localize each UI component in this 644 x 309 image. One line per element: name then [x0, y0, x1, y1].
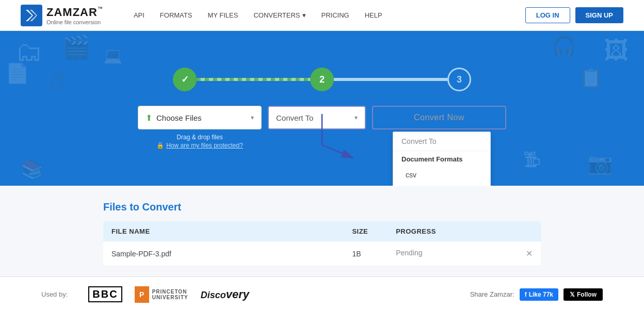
remove-file-button[interactable]: ✕ — [526, 249, 533, 258]
convert-to-label: Convert To — [276, 113, 313, 122]
logo: ZAMZAR ™ Online file conversion — [21, 5, 103, 26]
convert-to-button[interactable]: Convert To ▾ — [268, 106, 366, 129]
like-label: Like 77k — [529, 291, 553, 298]
action-row: ⬆ Choose Files ▾ Drag & drop files 🔒 How… — [121, 106, 523, 149]
table-header-row: FILE NAME SIZE PROGRESS — [103, 221, 541, 241]
convert-to-dropdown: Convert To Document Formats csv doc docx… — [393, 132, 491, 186]
bg-book-icon: 📚 — [21, 159, 44, 181]
footer-logos: BBC P PRINCETON UNIVERSITY Discovery — [88, 286, 454, 303]
hero-content: ✓ 2 3 ⬆ — [121, 68, 523, 149]
dropdown-group-label: Document Formats — [393, 151, 490, 167]
dropdown-item-doc[interactable]: doc — [393, 183, 490, 186]
bg-camera-icon: 📷 — [587, 151, 613, 175]
princeton-crest: P — [135, 286, 149, 303]
bg-doc-icon: 📋 — [579, 67, 603, 89]
steps-bar: ✓ 2 3 — [121, 68, 523, 91]
table-header: FILE NAME SIZE PROGRESS — [103, 221, 541, 241]
logo-icon — [21, 5, 42, 26]
bg-video-icon: 🎬 — [62, 34, 90, 60]
facebook-icon: f — [525, 291, 527, 298]
drag-drop-text: Drag & drop files — [176, 134, 222, 141]
header: ZAMZAR ™ Online file conversion API FORM… — [0, 0, 644, 31]
bg-image-icon: 🖼 — [604, 36, 629, 64]
file-name-cell: Sample-PDF-3.pdf — [103, 241, 344, 266]
lock-icon: 🔒 — [156, 142, 164, 149]
convert-to-chevron: ▾ — [355, 114, 358, 121]
file-size-cell: 1B — [344, 241, 388, 266]
twitter-icon: 𝕏 — [570, 291, 575, 298]
princeton-logo: P PRINCETON UNIVERSITY — [135, 286, 188, 303]
checkmark-icon: ✓ — [181, 74, 189, 85]
facebook-like-button[interactable]: f Like 77k — [520, 288, 558, 301]
nav-formats[interactable]: FORMATS — [160, 11, 192, 19]
used-by-label: Used by: — [41, 290, 68, 298]
logo-name: ZAMZAR — [46, 6, 98, 19]
bg-zip-icon: 🗜 — [523, 150, 541, 170]
dropdown-header: Convert To — [393, 132, 490, 151]
signup-button[interactable]: SIGN UP — [575, 7, 623, 23]
step-line-1 — [197, 78, 310, 81]
file-progress-cell: Pending ✕ — [388, 241, 541, 266]
main-content: Files to Convert FILE NAME SIZE PROGRESS… — [0, 186, 644, 277]
progress-status: Pending — [396, 249, 422, 257]
convert-now-button[interactable]: Convert Now — [372, 106, 506, 129]
step-2-circle: 2 — [310, 68, 334, 91]
nav-help[interactable]: HELP — [365, 11, 382, 19]
bg-file-icon: 📄 — [5, 62, 29, 85]
choose-files-button[interactable]: ⬆ Choose Files ▾ — [138, 106, 262, 129]
table-row: Sample-PDF-3.pdf 1B Pending ✕ — [103, 241, 541, 266]
col-file-name: FILE NAME — [103, 221, 344, 241]
nav: API FORMATS MY FILES CONVERTERS ▾ PRICIN… — [134, 11, 525, 19]
step-1-circle: ✓ — [173, 68, 197, 91]
nav-my-files[interactable]: MY FILES — [207, 11, 238, 19]
chevron-down-icon: ▾ — [302, 11, 306, 19]
princeton-line1: PRINCETON — [152, 289, 188, 295]
upload-icon: ⬆ — [146, 113, 152, 123]
nav-pricing[interactable]: PRICING — [321, 11, 349, 19]
footer: Used by: BBC P PRINCETON UNIVERSITY Disc… — [0, 277, 644, 309]
hero-section: 🗂 📄 🎬 🎵 🖼 📋 🎧 📚 📷 💻 🗜 ✓ 2 3 — [0, 31, 644, 186]
choose-files-label: Choose Files — [156, 113, 202, 122]
convert-to-container: Convert To ▾ Convert To Document Formats… — [268, 106, 366, 129]
share-zamzar-label: Share Zamzar: — [470, 290, 514, 298]
follow-label: Follow — [577, 291, 597, 298]
chevron-icon: ▾ — [251, 114, 254, 121]
step-line-2 — [334, 78, 447, 81]
nav-api[interactable]: API — [134, 11, 144, 19]
step-3-circle: 3 — [447, 68, 471, 91]
how-protected-link[interactable]: How are my files protected? — [166, 142, 243, 149]
discovery-logo: Discovery — [201, 288, 249, 301]
logo-tm: ™ — [98, 6, 103, 11]
bg-audio-icon: 🎵 — [46, 72, 67, 92]
svg-marker-1 — [30, 10, 37, 21]
dropdown-item-csv[interactable]: csv — [393, 167, 490, 183]
how-protected-text: 🔒 How are my files protected? — [156, 142, 243, 149]
col-size: SIZE — [344, 221, 388, 241]
logo-sub: Online file conversion — [46, 19, 103, 25]
bg-headset-icon: 🎧 — [551, 34, 577, 58]
share-zamzar: Share Zamzar: f Like 77k 𝕏 Follow — [470, 288, 603, 301]
col-progress: PROGRESS — [388, 221, 541, 241]
login-button[interactable]: LOG IN — [525, 7, 570, 23]
files-title: Files to Convert — [103, 201, 541, 213]
table-body: Sample-PDF-3.pdf 1B Pending ✕ — [103, 241, 541, 266]
twitter-follow-button[interactable]: 𝕏 Follow — [564, 288, 603, 301]
files-table: FILE NAME SIZE PROGRESS Sample-PDF-3.pdf… — [103, 221, 541, 266]
princeton-line2: UNIVERSITY — [152, 295, 188, 300]
bbc-logo: BBC — [88, 286, 122, 302]
nav-actions: LOG IN SIGN UP — [525, 7, 623, 23]
bg-code-icon: 💻 — [103, 46, 122, 64]
logo-text: ZAMZAR ™ Online file conversion — [46, 6, 103, 25]
files-title-colored: Convert — [142, 201, 182, 213]
nav-converters[interactable]: CONVERTERS ▾ — [253, 11, 305, 19]
